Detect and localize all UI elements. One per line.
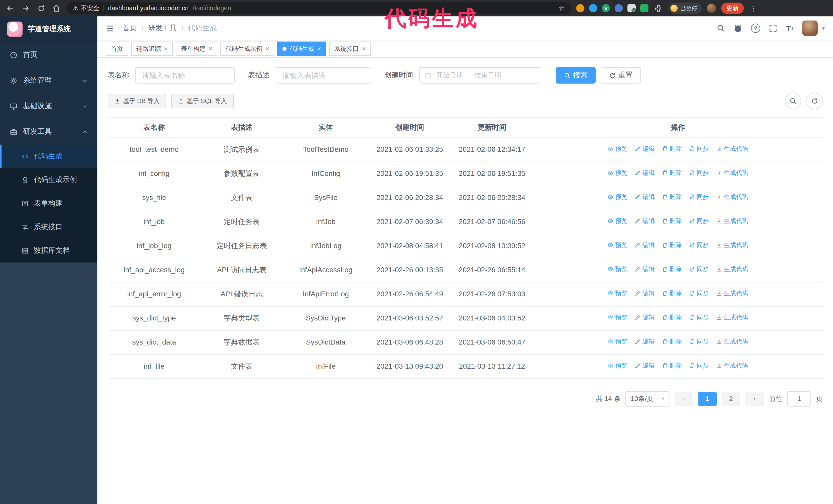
extension-icon-5[interactable] <box>627 4 636 12</box>
edit-link[interactable]: 编辑 <box>635 313 654 322</box>
sidebar-item-db-doc[interactable]: 数据库文档 <box>0 239 97 263</box>
page-1-button[interactable]: 1 <box>698 392 717 406</box>
preview-link[interactable]: 预览 <box>608 144 627 153</box>
delete-link[interactable]: 删除 <box>662 265 682 274</box>
preview-link[interactable]: 预览 <box>608 361 627 370</box>
sidebar-item-form-builder[interactable]: 表单构建 <box>0 192 97 215</box>
github-icon[interactable] <box>734 24 742 32</box>
sync-link[interactable]: 同步 <box>689 192 709 202</box>
delete-link[interactable]: 删除 <box>662 313 682 322</box>
edit-link[interactable]: 编辑 <box>635 216 654 226</box>
generate-code-link[interactable]: 生成代码 <box>716 361 748 370</box>
tab-system-api[interactable]: 系统接口 × <box>329 42 371 56</box>
preview-link[interactable]: 预览 <box>608 313 627 322</box>
extension-icon-6[interactable] <box>640 4 648 12</box>
delete-link[interactable]: 删除 <box>662 216 682 226</box>
address-bar[interactable]: ⚠ 不安全 dashboard.yudao.iocoder.cn /tool/c… <box>67 2 571 14</box>
delete-link[interactable]: 删除 <box>662 168 682 178</box>
overflow-menu-icon[interactable]: ⋮ <box>749 4 758 12</box>
edit-link[interactable]: 编辑 <box>635 192 654 202</box>
tab-trace[interactable]: 链路追踪 × <box>131 42 173 56</box>
generate-code-link[interactable]: 生成代码 <box>716 265 748 274</box>
avatar-caret-icon[interactable]: ▾ <box>822 25 825 31</box>
sync-link[interactable]: 同步 <box>689 361 709 370</box>
sidebar-item-system[interactable]: 系统管理 <box>0 68 97 93</box>
collapse-sidebar-icon[interactable] <box>105 24 114 32</box>
delete-link[interactable]: 删除 <box>662 361 682 370</box>
date-range-picker[interactable]: 开始日期 - 结束日期 <box>419 67 540 83</box>
tab-codegen-example[interactable]: 代码生成示例 × <box>220 42 274 56</box>
back-icon[interactable] <box>5 3 15 13</box>
sync-link[interactable]: 同步 <box>689 313 709 322</box>
edit-link[interactable]: 编辑 <box>635 289 654 298</box>
sync-link[interactable]: 同步 <box>689 240 709 250</box>
generate-code-link[interactable]: 生成代码 <box>716 337 748 346</box>
preview-link[interactable]: 预览 <box>608 168 627 178</box>
preview-link[interactable]: 预览 <box>608 289 627 298</box>
preview-link[interactable]: 预览 <box>608 265 627 274</box>
forward-icon[interactable] <box>21 3 31 13</box>
edit-link[interactable]: 编辑 <box>635 144 654 153</box>
delete-link[interactable]: 删除 <box>662 144 682 153</box>
tab-codegen[interactable]: 代码生成 × <box>277 42 326 56</box>
generate-code-link[interactable]: 生成代码 <box>716 240 748 250</box>
close-icon[interactable]: × <box>265 46 269 52</box>
update-button[interactable]: 更新 <box>721 3 744 14</box>
edit-link[interactable]: 编辑 <box>635 168 654 178</box>
sidebar-item-devtools[interactable]: 研发工具 <box>0 119 97 145</box>
user-avatar[interactable] <box>803 21 818 36</box>
extension-icon-4[interactable] <box>615 4 623 12</box>
edit-link[interactable]: 编辑 <box>635 361 654 370</box>
browser-profile-avatar[interactable] <box>707 4 716 13</box>
search-icon[interactable] <box>717 24 725 32</box>
generate-code-link[interactable]: 生成代码 <box>716 192 748 202</box>
sync-link[interactable]: 同步 <box>689 337 709 346</box>
delete-link[interactable]: 删除 <box>662 337 682 346</box>
extension-icon-3[interactable]: V <box>602 4 610 12</box>
bookmark-star-icon[interactable]: ☆ <box>558 4 565 12</box>
extension-icon-2[interactable] <box>589 4 597 12</box>
preview-link[interactable]: 预览 <box>608 192 627 202</box>
close-icon[interactable]: × <box>209 46 212 52</box>
prev-page-button[interactable]: ‹ <box>674 392 693 406</box>
edit-link[interactable]: 编辑 <box>635 337 654 346</box>
generate-code-link[interactable]: 生成代码 <box>716 313 748 322</box>
next-page-button[interactable]: › <box>745 392 764 406</box>
generate-code-link[interactable]: 生成代码 <box>716 289 748 298</box>
tab-form-builder[interactable]: 表单构建 × <box>176 42 217 56</box>
reset-button[interactable]: 重置 <box>601 67 641 83</box>
breadcrumb-home[interactable]: 首页 <box>122 24 137 33</box>
sidebar-item-codegen[interactable]: 代码生成 <box>0 145 97 168</box>
puzzle-extensions-icon[interactable] <box>653 3 663 13</box>
site-security[interactable]: ⚠ 不安全 <box>73 4 99 13</box>
paused-badge[interactable]: 已暂停 <box>668 3 702 14</box>
generate-code-link[interactable]: 生成代码 <box>716 168 748 178</box>
close-icon[interactable]: × <box>164 46 168 52</box>
preview-link[interactable]: 预览 <box>608 240 627 250</box>
refresh-table-button[interactable] <box>806 93 823 109</box>
delete-link[interactable]: 删除 <box>662 289 682 298</box>
home-icon[interactable] <box>51 3 62 13</box>
preview-link[interactable]: 预览 <box>608 216 627 226</box>
generate-code-link[interactable]: 生成代码 <box>716 144 748 153</box>
sync-link[interactable]: 同步 <box>689 216 709 226</box>
import-sql-button[interactable]: 基于 SQL 导入 <box>171 94 234 108</box>
table-name-input[interactable] <box>135 67 235 83</box>
delete-link[interactable]: 删除 <box>662 240 682 250</box>
app-logo[interactable]: 芋道管理系统 <box>0 17 97 42</box>
sidebar-item-home[interactable]: 首页 <box>0 42 97 68</box>
fullscreen-icon[interactable] <box>769 24 777 32</box>
delete-link[interactable]: 删除 <box>662 192 682 202</box>
import-db-button[interactable]: 基于 DB 导入 <box>108 94 166 108</box>
generate-code-link[interactable]: 生成代码 <box>716 216 748 226</box>
search-button[interactable]: 搜索 <box>556 67 596 83</box>
sidebar-item-codegen-example[interactable]: 代码生成示例 <box>0 168 97 192</box>
preview-link[interactable]: 预览 <box>608 337 627 346</box>
edit-link[interactable]: 编辑 <box>635 240 654 250</box>
tab-home[interactable]: 首页 <box>105 42 128 56</box>
sync-link[interactable]: 同步 <box>689 144 709 153</box>
font-size-icon[interactable]: TT <box>786 24 794 32</box>
page-2-button[interactable]: 2 <box>722 392 740 406</box>
table-desc-input[interactable] <box>276 67 371 83</box>
breadcrumb-devtools[interactable]: 研发工具 <box>148 24 177 33</box>
